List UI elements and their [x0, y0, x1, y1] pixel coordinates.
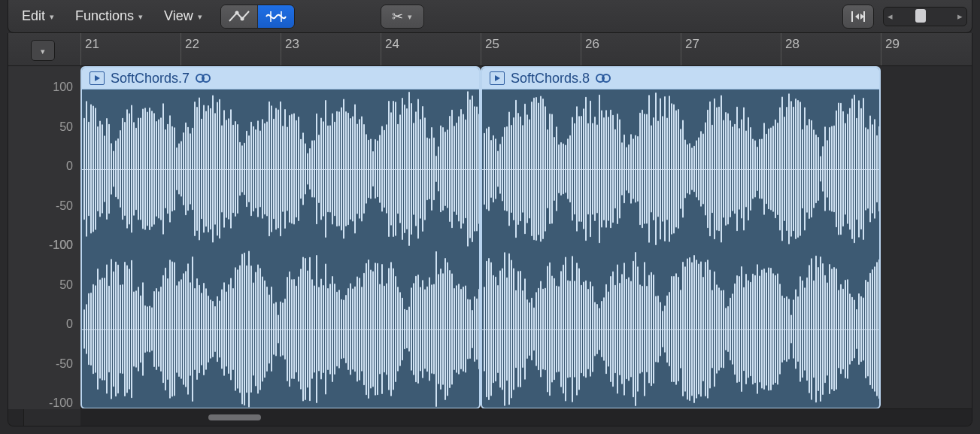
- svg-point-0: [235, 11, 238, 14]
- waveform-area[interactable]: SoftChords.7SoftChords.8: [80, 66, 972, 409]
- loop-icon: [596, 72, 611, 84]
- ruler-tick: 22: [181, 33, 199, 65]
- axis-tick-label: 100: [53, 238, 73, 252]
- ruler-tick: 29: [881, 33, 900, 65]
- edit-menu[interactable]: Edit ▾: [13, 5, 63, 28]
- region-name: SoftChords.8: [511, 71, 590, 86]
- waveform-zero-line: [82, 329, 479, 330]
- region-header[interactable]: SoftChords.8: [482, 68, 879, 90]
- scissors-icon: ✂: [392, 8, 403, 25]
- ruler-tick: 27: [681, 33, 699, 65]
- audio-editor-body: 100500-50-100 100500-50-100 SoftChords.7…: [8, 66, 972, 426]
- scrollbar-thumb[interactable]: [208, 414, 261, 420]
- automation-mode-button[interactable]: [221, 5, 258, 28]
- svg-point-1: [240, 17, 244, 20]
- catch-playhead-button[interactable]: [842, 5, 874, 29]
- mode-toggle-group: [220, 5, 295, 29]
- zoom-slider-knob[interactable]: [915, 9, 926, 23]
- axis-tick-label: -100: [49, 396, 73, 410]
- ruler-tick: 21: [80, 33, 99, 65]
- ruler-bar-number: 24: [385, 37, 399, 51]
- svg-marker-11: [495, 75, 500, 81]
- chevron-down-icon: ▾: [198, 12, 202, 22]
- flex-mode-button[interactable]: [258, 5, 294, 28]
- edit-menu-label: Edit: [22, 8, 45, 24]
- svg-marker-8: [95, 75, 100, 81]
- chevron-down-icon: ▾: [408, 12, 412, 22]
- view-menu[interactable]: View ▾: [155, 5, 211, 28]
- chevron-down-icon: ▾: [138, 12, 143, 22]
- svg-marker-6: [855, 14, 859, 20]
- editor-menubar: Edit ▾ Functions ▾ View ▾ ✂: [8, 0, 972, 33]
- waveform-zero-line: [482, 329, 879, 330]
- ruler-tick: 23: [281, 33, 299, 65]
- axis-tick-label: 0: [66, 317, 73, 331]
- functions-menu[interactable]: Functions ▾: [66, 5, 152, 28]
- axis-tick-label: 100: [53, 80, 73, 94]
- ruler-tick: 26: [581, 33, 599, 65]
- ruler-bar-number: 29: [885, 37, 900, 51]
- waveform-channel: [482, 89, 879, 249]
- catch-playhead-icon: [850, 10, 866, 23]
- chevron-down-icon: ▾: [41, 47, 45, 56]
- loop-icon: [196, 72, 211, 84]
- waveform-channel: [82, 89, 479, 249]
- functions-menu-label: Functions: [75, 8, 134, 24]
- ruler-bar-number: 28: [785, 37, 799, 51]
- ruler-bar-number: 26: [585, 37, 599, 51]
- waveform-channel: [82, 249, 479, 409]
- play-region-icon[interactable]: [490, 71, 505, 85]
- tool-selector[interactable]: ✂ ▾: [381, 5, 424, 29]
- ruler-tick: 25: [481, 33, 499, 65]
- ruler-bar-number: 21: [85, 37, 99, 51]
- ruler-bar-number: 22: [185, 37, 199, 51]
- ruler-tick: 24: [381, 33, 399, 65]
- scissors-tool-button[interactable]: ✂ ▾: [381, 5, 423, 28]
- chevron-down-icon: ▾: [50, 12, 54, 22]
- zoom-out-icon: ◂: [887, 11, 893, 22]
- axis-tick-label: 50: [59, 278, 73, 292]
- horizontal-zoom-slider[interactable]: ◂ ▸: [883, 7, 967, 26]
- axis-tick-label: 50: [59, 120, 73, 134]
- waveform-zero-line: [482, 169, 879, 170]
- automation-icon: [229, 10, 250, 23]
- zoom-in-icon: ▸: [957, 11, 963, 22]
- waveform-zero-line: [82, 169, 479, 170]
- ruler-bar-number: 27: [685, 37, 699, 51]
- bar-ruler[interactable]: ▾ 212223242526272829: [8, 33, 972, 66]
- waveform-channel: [482, 249, 879, 409]
- region-header[interactable]: SoftChords.7: [82, 68, 479, 90]
- play-region-icon[interactable]: [90, 71, 105, 85]
- amplitude-axis: 100500-50-100 100500-50-100: [8, 66, 81, 409]
- audio-region[interactable]: SoftChords.8: [481, 66, 881, 409]
- horizontal-scrollbar[interactable]: [80, 408, 972, 426]
- ruler-tick: 28: [781, 33, 799, 65]
- ruler-bar-number: 25: [485, 37, 499, 51]
- region-name: SoftChords.7: [111, 71, 190, 86]
- view-menu-label: View: [164, 8, 193, 24]
- axis-tick-label: -50: [56, 357, 73, 371]
- axis-tick-label: -50: [56, 199, 73, 213]
- audio-region[interactable]: SoftChords.7: [80, 66, 481, 409]
- ruler-bar-number: 23: [285, 37, 299, 51]
- flex-icon: [265, 10, 287, 23]
- axis-tick-label: 0: [66, 159, 73, 173]
- ruler-options-button[interactable]: ▾: [31, 40, 55, 61]
